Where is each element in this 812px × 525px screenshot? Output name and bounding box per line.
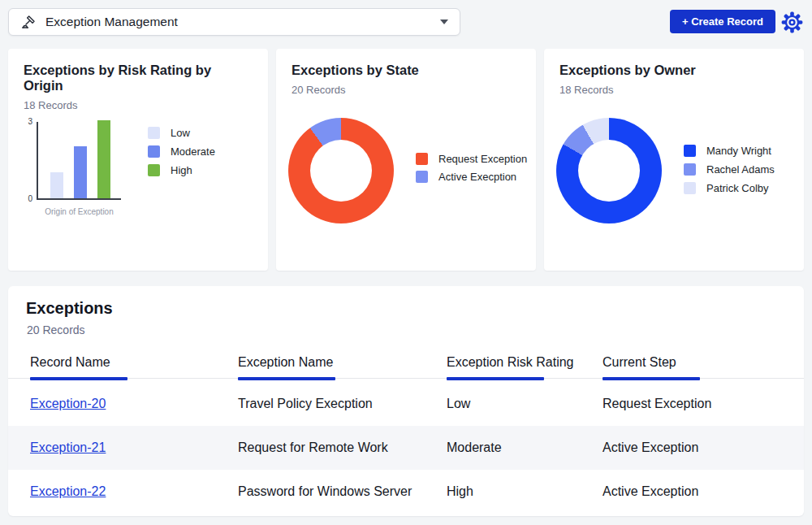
bar-chart — [37, 122, 121, 200]
chart-legend: LowModerateHigh — [148, 127, 215, 176]
table-cell: Active Exception — [603, 440, 788, 455]
table-record-count: 20 Records — [27, 323, 804, 336]
y-axis-tick: 3 — [21, 117, 32, 126]
app-selector-dropdown[interactable]: Exception Management — [8, 8, 460, 36]
table-cell: Active Exception — [603, 484, 788, 499]
column-header-label: Exception Risk Rating — [447, 355, 574, 370]
table-row: Exception-20Travel Policy ExecptionLowRe… — [8, 382, 804, 426]
record-link[interactable]: Exception-21 — [30, 440, 238, 455]
gear-icon — [781, 24, 803, 36]
legend-swatch — [684, 182, 696, 194]
table-row: Exception-22Password for Windows ServerH… — [8, 470, 804, 514]
legend-swatch — [148, 127, 160, 139]
legend-item: Low — [148, 127, 215, 139]
column-header-label: Record Name — [30, 355, 110, 370]
table-header-row: Record NameException NameException Risk … — [8, 346, 804, 379]
column-header-underline — [447, 377, 544, 380]
x-axis-label: Origin of Exception — [32, 207, 126, 216]
record-count: 20 Records — [292, 84, 520, 96]
legend-label: Patrick Colby — [706, 182, 769, 194]
card-title: Exceptions by Risk Rating by Origin — [24, 63, 253, 93]
column-header-underline — [238, 377, 335, 380]
record-link[interactable]: Exception-22 — [30, 484, 238, 499]
legend-item: High — [148, 164, 215, 176]
legend-label: Active Execption — [438, 171, 516, 183]
column-header: Current Step — [603, 346, 788, 379]
legend-label: High — [171, 164, 192, 176]
legend-item: Active Execption — [416, 171, 527, 183]
chart-legend: Mandy WrightRachel AdamsPatrick Colby — [684, 145, 775, 194]
table-cell: High — [447, 484, 603, 499]
legend-swatch — [416, 153, 428, 165]
legend-label: Request Exception — [438, 153, 527, 165]
column-header-underline — [30, 377, 127, 380]
app-selector-value: Exception Management — [45, 15, 178, 29]
exceptions-table-card: Exceptions 20 Records Record NameExcepti… — [8, 286, 804, 516]
donut-hole — [310, 140, 372, 202]
legend-swatch — [148, 164, 160, 176]
legend-swatch — [148, 145, 160, 158]
table-title: Exceptions — [26, 299, 804, 318]
table-cell: Request for Remote Work — [238, 440, 447, 455]
legend-swatch — [684, 145, 696, 157]
chevron-down-icon — [440, 20, 448, 24]
card-exceptions-by-owner: Exceptions by Owner 18 Records Mandy Wri… — [544, 49, 804, 271]
gavel-icon — [20, 14, 37, 30]
table-body: Exception-20Travel Policy ExecptionLowRe… — [8, 382, 804, 514]
legend-item: Request Exception — [416, 153, 527, 165]
legend-item: Moderate — [148, 145, 215, 158]
bar-low — [50, 172, 63, 198]
record-count: 18 Records — [24, 99, 253, 111]
legend-label: Moderate — [171, 145, 215, 158]
table-cell: Request Exception — [603, 397, 788, 411]
bar-high — [97, 120, 110, 198]
legend-swatch — [684, 163, 696, 176]
column-header-label: Current Step — [603, 355, 676, 370]
column-header: Record Name — [30, 346, 238, 379]
column-header-underline — [603, 377, 700, 380]
legend-label: Low — [171, 127, 190, 139]
legend-item: Patrick Colby — [684, 182, 775, 194]
record-link[interactable]: Exception-20 — [30, 397, 238, 411]
table-cell: Travel Policy Execption — [238, 397, 447, 411]
table-cell: Low — [447, 397, 603, 411]
chart-legend: Request ExceptionActive Execption — [416, 153, 527, 183]
donut-hole — [578, 140, 640, 202]
card-title: Exceptions by Owner — [559, 63, 788, 78]
column-header-label: Exception Name — [238, 355, 333, 370]
record-count: 18 Records — [559, 84, 788, 96]
legend-label: Mandy Wright — [706, 145, 771, 157]
legend-item: Mandy Wright — [684, 145, 775, 157]
column-header: Exception Risk Rating — [447, 346, 603, 379]
donut-chart-state — [288, 118, 394, 223]
legend-swatch — [416, 171, 428, 183]
card-exceptions-by-state: Exceptions by State 20 Records Request E… — [276, 49, 536, 271]
bar-moderate — [74, 146, 87, 198]
table-cell: Moderate — [447, 440, 603, 455]
legend-label: Rachel Adams — [706, 163, 775, 176]
donut-chart-owner — [556, 118, 662, 223]
column-header: Exception Name — [238, 346, 447, 379]
table-row: Exception-21Request for Remote WorkModer… — [8, 426, 804, 470]
settings-button[interactable] — [780, 11, 803, 34]
y-axis-tick: 0 — [21, 194, 32, 203]
card-exceptions-by-risk-rating: Exceptions by Risk Rating by Origin 18 R… — [8, 49, 268, 271]
legend-item: Rachel Adams — [684, 163, 775, 176]
card-title: Exceptions by State — [292, 63, 520, 78]
create-record-button[interactable]: + Create Record — [670, 10, 775, 33]
table-cell: Password for Windows Server — [238, 484, 447, 499]
